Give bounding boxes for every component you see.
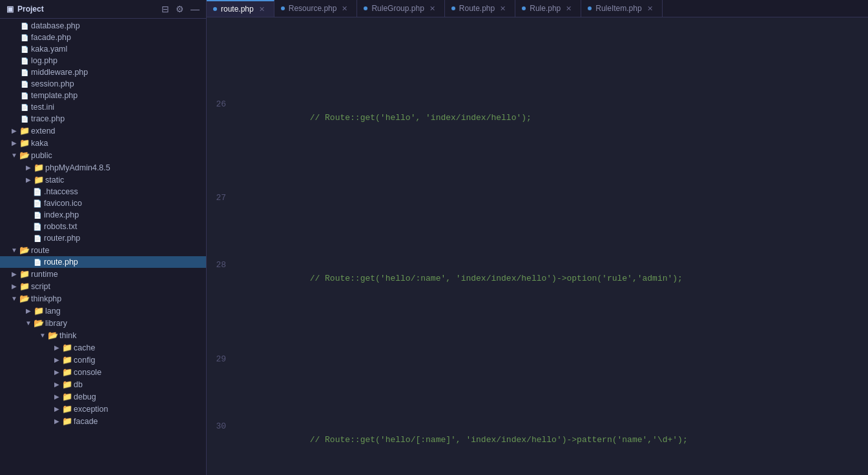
tab-dot — [451, 6, 455, 10]
folder-icon: 📁 — [34, 306, 44, 316]
line-code[interactable] — [247, 192, 868, 205]
line-number: 29 — [207, 353, 235, 367]
sidebar-item-label: debug — [72, 392, 96, 401]
sidebar-item-index-php[interactable]: 📄 index.php — [0, 209, 206, 221]
code-line-26: 26 // Route::get('hello', 'index/index/h… — [207, 98, 868, 138]
sidebar-item-htaccess[interactable]: 📄 .htaccess — [0, 186, 206, 197]
sidebar-item-label: library — [44, 319, 67, 328]
chevron-right-icon: ▶ — [9, 139, 19, 147]
php-file-icon: 📄 — [19, 81, 30, 88]
yaml-file-icon: 📄 — [19, 46, 30, 53]
sidebar-item-route[interactable]: ▼ 📂 route — [0, 244, 206, 256]
folder-icon: 📁 — [62, 416, 72, 426]
tab-route-class-php[interactable]: Route.php ✕ — [445, 0, 515, 17]
tab-close-icon[interactable]: ✕ — [428, 5, 437, 13]
chevron-right-icon: ▶ — [23, 176, 34, 183]
sidebar-item-facade-php[interactable]: 📄 facade.php — [0, 32, 206, 43]
tab-dot — [364, 6, 367, 10]
sidebar-item-lang[interactable]: ▶ 📁 lang — [0, 305, 206, 317]
php-file-icon: 📄 — [32, 212, 43, 219]
chevron-right-icon: ▶ — [52, 344, 62, 351]
line-gutter — [235, 259, 247, 299]
sidebar-item-static[interactable]: ▶ 📁 static — [0, 174, 206, 186]
tab-close-icon[interactable]: ✕ — [564, 5, 573, 13]
code-line-28: 28 // Route::get('hello/:name', 'index/i… — [207, 259, 868, 299]
sidebar-item-router-php[interactable]: 📄 router.php — [0, 232, 206, 244]
sidebar-item-test-ini[interactable]: 📄 test.ini — [0, 101, 206, 113]
sidebar-item-label: robots.txt — [43, 222, 77, 231]
sidebar-item-robots-txt[interactable]: 📄 robots.txt — [0, 221, 206, 232]
tab-label: RuleItem.php — [595, 4, 641, 13]
tab-close-icon[interactable]: ✕ — [646, 5, 654, 13]
sidebar-item-kaka[interactable]: ▶ 📁 kaka — [0, 137, 206, 149]
tab-close-icon[interactable]: ✕ — [499, 5, 507, 13]
line-code[interactable]: // Route::get('hello/:name', 'index/inde… — [247, 259, 868, 299]
code-area: 26 // Route::get('hello', 'index/index/h… — [207, 17, 868, 475]
sidebar-item-cache[interactable]: ▶ 📁 cache — [0, 341, 206, 354]
line-gutter — [235, 353, 247, 367]
tab-ruleitem-php[interactable]: RuleItem.php ✕ — [581, 0, 662, 17]
sidebar-item-favicon[interactable]: 📄 favicon.ico — [0, 197, 206, 209]
line-code[interactable]: // Route::get('hello/[:name]', 'index/in… — [247, 420, 868, 460]
code-line-27: 27 — [207, 192, 868, 205]
layout-icon[interactable]: ⊟ — [161, 4, 169, 14]
sidebar-item-think[interactable]: ▼ 📂 think — [0, 329, 206, 341]
sidebar-item-label: kaka — [30, 139, 48, 148]
tab-close-icon[interactable]: ✕ — [340, 5, 349, 13]
sidebar-item-label: route — [30, 246, 50, 255]
chevron-down-icon: ▼ — [23, 319, 34, 327]
sidebar-item-database-php[interactable]: 📄 database.php — [0, 20, 206, 32]
sidebar-item-middleware-php[interactable]: 📄 middleware.php — [0, 66, 206, 78]
tab-close-icon[interactable]: ✕ — [258, 5, 266, 14]
tab-rule-php[interactable]: Rule.php ✕ — [515, 0, 581, 17]
sidebar-item-config[interactable]: ▶ 📁 config — [0, 354, 206, 366]
chevron-right-icon: ▶ — [52, 418, 62, 425]
chevron-right-icon: ▶ — [52, 356, 62, 363]
chevron-right-icon: ▶ — [23, 307, 34, 314]
folder-icon: 📁 — [34, 163, 44, 172]
sidebar-item-kaka-yaml[interactable]: 📄 kaka.yaml — [0, 43, 206, 55]
tab-label: RuleGroup.php — [371, 4, 424, 13]
sidebar-item-library[interactable]: ▼ 📂 library — [0, 317, 206, 329]
sidebar-item-public[interactable]: ▼ 📂 public — [0, 149, 206, 161]
sidebar-item-label: public — [30, 151, 52, 160]
sidebar-item-log-php[interactable]: 📄 log.php — [0, 55, 206, 66]
sidebar-item-runtime[interactable]: ▶ 📁 runtime — [0, 268, 206, 280]
gear-icon[interactable]: ⚙ — [176, 4, 184, 14]
sidebar-item-script[interactable]: ▶ 📁 script — [0, 280, 206, 292]
sidebar-item-label: test.ini — [30, 103, 54, 112]
line-code[interactable]: // Route::get('hello', 'index/index/hell… — [247, 98, 868, 138]
sidebar-item-console[interactable]: ▶ 📁 console — [0, 366, 206, 378]
sidebar-item-session-php[interactable]: 📄 session.php — [0, 78, 206, 90]
php-file-icon: 📄 — [19, 57, 30, 65]
sidebar-item-extend[interactable]: ▶ 📁 extend — [0, 125, 206, 137]
sidebar-item-label: index.php — [43, 210, 79, 219]
folder-icon: 📁 — [19, 126, 30, 136]
sidebar-item-exception[interactable]: ▶ 📁 exception — [0, 403, 206, 415]
sidebar-item-label: extend — [30, 126, 56, 136]
sidebar-item-facade[interactable]: ▶ 📁 facade — [0, 415, 206, 427]
line-gutter — [235, 420, 247, 460]
sidebar-item-phpmyadmin[interactable]: ▶ 📁 phpMyAdmin4.8.5 — [0, 161, 206, 174]
line-code[interactable] — [247, 353, 868, 367]
sidebar-item-template-php[interactable]: 📄 template.php — [0, 90, 206, 101]
sidebar-item-label: phpMyAdmin4.8.5 — [44, 163, 110, 172]
sidebar-item-debug[interactable]: ▶ 📁 debug — [0, 390, 206, 403]
chevron-right-icon: ▶ — [52, 405, 62, 412]
folder-icon: 📁 — [62, 404, 72, 414]
sidebar-item-route-php[interactable]: 📄 route.php — [0, 256, 206, 268]
sidebar-item-thinkphp[interactable]: ▼ 📂 thinkphp — [0, 292, 206, 305]
minus-icon[interactable]: — — [191, 4, 200, 14]
tab-dot — [588, 6, 592, 10]
tab-route-php[interactable]: route.php ✕ — [207, 0, 274, 17]
sidebar-item-db[interactable]: ▶ 📁 db — [0, 378, 206, 390]
tab-rulegroup-php[interactable]: RuleGroup.php ✕ — [357, 0, 444, 17]
sidebar-item-trace-php[interactable]: 📄 trace.php — [0, 113, 206, 125]
sidebar-item-label: favicon.ico — [43, 199, 82, 208]
folder-open-icon: 📂 — [19, 245, 30, 255]
tab-resource-php[interactable]: Resource.php ✕ — [274, 0, 358, 17]
tab-dot — [522, 6, 526, 10]
sidebar-title: ▣ Project — [6, 5, 44, 14]
editor-area: route.php ✕ Resource.php ✕ RuleGroup.php… — [207, 0, 868, 475]
code-editor[interactable]: 26 // Route::get('hello', 'index/index/h… — [207, 17, 868, 475]
